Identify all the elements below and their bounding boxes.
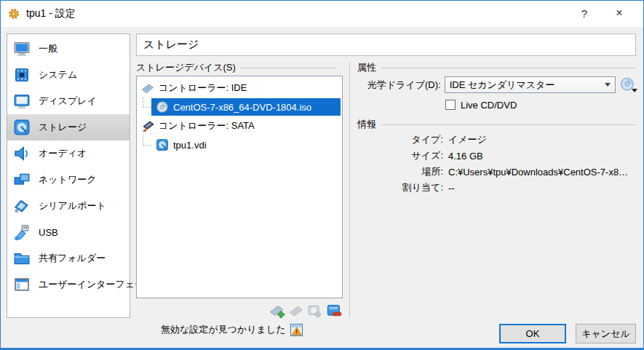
- storage-icon: [13, 119, 31, 136]
- panel-divider: [349, 62, 350, 318]
- tree-item-controller-sata[interactable]: コントローラー: SATA: [137, 116, 342, 135]
- sidebar-item-label: シリアルポート: [39, 199, 106, 212]
- sata-controller-icon: [141, 119, 154, 132]
- optical-drive-select[interactable]: IDE セカンダリマスター: [445, 76, 616, 93]
- shared-folders-icon: [13, 250, 31, 267]
- attributes-group-header: 属性: [357, 61, 636, 74]
- help-button[interactable]: ?: [568, 1, 601, 25]
- tree-connector-line: [143, 98, 151, 108]
- info-row-type: タイプ: イメージ: [357, 132, 636, 148]
- add-controller-icon[interactable]: [269, 302, 286, 319]
- info-label: タイプ:: [357, 133, 443, 146]
- network-icon: [13, 171, 31, 188]
- info-row-size: サイズ: 4.16 GB: [357, 148, 636, 164]
- info-value: イメージ: [448, 133, 636, 146]
- live-cd-label: Live CD/DVD: [461, 100, 517, 111]
- sidebar-item-label: システム: [39, 68, 77, 81]
- sidebar-item-user-interface[interactable]: ユーザーインターフェース: [7, 271, 130, 298]
- tree-connector-line: [143, 135, 151, 146]
- live-cd-checkbox[interactable]: [445, 100, 456, 110]
- optical-drive-row: 光学ドライブ(D): IDE セカンダリマスター: [357, 76, 636, 93]
- sidebar-item-system[interactable]: システム: [7, 62, 130, 88]
- tree-item-label: コントローラー: SATA: [159, 119, 255, 132]
- storage-devices-group-label: ストレージデバイス(S): [136, 61, 236, 74]
- cancel-button[interactable]: キャンセル: [576, 324, 636, 343]
- sidebar-item-serial-ports[interactable]: シリアルポート: [7, 193, 130, 219]
- group-divider-line: [381, 68, 636, 68]
- info-label: 場所:: [357, 165, 443, 178]
- group-divider-line: [241, 68, 337, 68]
- window-title: tpu1 - 設定: [26, 7, 76, 20]
- info-value: 4.16 GB: [448, 151, 636, 162]
- tree-item-label: CentOS-7-x86_64-DVD-1804.iso: [173, 102, 311, 113]
- info-row-attached: 割り当て: --: [357, 180, 636, 196]
- tree-item-label: tpu1.vdi: [173, 140, 207, 151]
- info-label: サイズ:: [357, 149, 443, 162]
- info-value: --: [448, 183, 636, 194]
- system-icon: [13, 66, 31, 84]
- status-text: 無効な設定が見つかりました: [161, 323, 285, 336]
- optical-drive-selected-value: IDE セカンダリマスター: [450, 79, 602, 92]
- sidebar-item-usb[interactable]: USB: [7, 219, 130, 245]
- remove-attachment-icon[interactable]: [325, 302, 343, 319]
- sidebar-item-general[interactable]: 一般: [7, 36, 130, 62]
- page-title: ストレージ: [136, 33, 636, 56]
- sidebar-item-label: 一般: [39, 42, 57, 55]
- sidebar-item-shared-folders[interactable]: 共有フォルダー: [7, 245, 130, 271]
- sidebar-item-label: オーディオ: [39, 147, 87, 160]
- sidebar-item-display[interactable]: ディスプレイ: [7, 88, 130, 114]
- tree-item-centos-iso[interactable]: CentOS-7-x86_64-DVD-1804.iso: [137, 98, 342, 116]
- title-bar: tpu1 - 設定 ? ×: [1, 1, 643, 27]
- tree-item-controller-ide[interactable]: コントローラー: IDE: [137, 79, 342, 98]
- live-cd-row: Live CD/DVD: [445, 98, 517, 112]
- settings-sidebar: 一般 システム ディスプレイ ストレージ オーディオ ネットワーク シリアルポー…: [7, 33, 130, 318]
- tree-item-tpu1-vdi[interactable]: tpu1.vdi: [137, 135, 342, 154]
- chevron-down-icon: [632, 89, 637, 92]
- optical-drive-label: 光学ドライブ(D):: [357, 79, 441, 92]
- general-icon: [13, 40, 31, 57]
- info-label: 割り当て:: [357, 181, 443, 194]
- tree-item-label: コントローラー: IDE: [159, 81, 247, 95]
- information-rows: タイプ: イメージ サイズ: 4.16 GB 場所: C:¥Users¥tpu¥…: [357, 132, 636, 196]
- sidebar-item-label: ネットワーク: [39, 173, 97, 186]
- sidebar-item-label: ストレージ: [39, 121, 87, 134]
- settings-gear-icon: [7, 7, 20, 20]
- sidebar-item-label: 共有フォルダー: [39, 252, 106, 265]
- group-divider-line: [381, 124, 636, 125]
- remove-controller-icon[interactable]: [287, 302, 305, 319]
- optical-disc-icon: [156, 100, 169, 114]
- sidebar-item-storage[interactable]: ストレージ: [7, 114, 130, 140]
- warning-icon: [290, 324, 303, 336]
- sidebar-item-network[interactable]: ネットワーク: [7, 167, 130, 193]
- info-value: C:¥Users¥tpu¥Downloads¥CentOS-7-x8…: [448, 167, 636, 178]
- information-group-header: 情報: [357, 118, 636, 131]
- storage-devices-group-header: ストレージデバイス(S): [136, 61, 337, 74]
- ok-button[interactable]: OK: [499, 324, 566, 343]
- add-attachment-icon[interactable]: [306, 302, 324, 319]
- info-row-location: 場所: C:¥Users¥tpu¥Downloads¥CentOS-7-x8…: [357, 164, 636, 180]
- choose-disc-button[interactable]: [619, 76, 636, 93]
- invalid-settings-status: 無効な設定が見つかりました: [161, 322, 303, 337]
- sidebar-item-label: ディスプレイ: [39, 95, 97, 108]
- information-group-label: 情報: [357, 118, 376, 131]
- user-interface-icon: [13, 276, 31, 293]
- storage-tree-toolbar: [136, 302, 343, 319]
- storage-tree: コントローラー: IDE CentOS-7-x86_64-DVD-1804.is…: [136, 76, 343, 298]
- display-icon: [13, 92, 31, 110]
- ide-controller-icon: [141, 81, 154, 95]
- usb-icon: [13, 223, 31, 241]
- serial-port-icon: [13, 197, 31, 215]
- sidebar-item-label: USB: [39, 227, 58, 238]
- audio-icon: [13, 145, 31, 162]
- close-button[interactable]: ×: [603, 1, 636, 25]
- attributes-group-label: 属性: [357, 61, 376, 74]
- settings-dialog: tpu1 - 設定 ? × 一般 システム ディスプレイ ストレージ オーディオ…: [0, 0, 644, 350]
- sidebar-item-audio[interactable]: オーディオ: [7, 140, 130, 167]
- chevron-down-icon: [605, 83, 611, 87]
- hard-disk-icon: [156, 138, 169, 151]
